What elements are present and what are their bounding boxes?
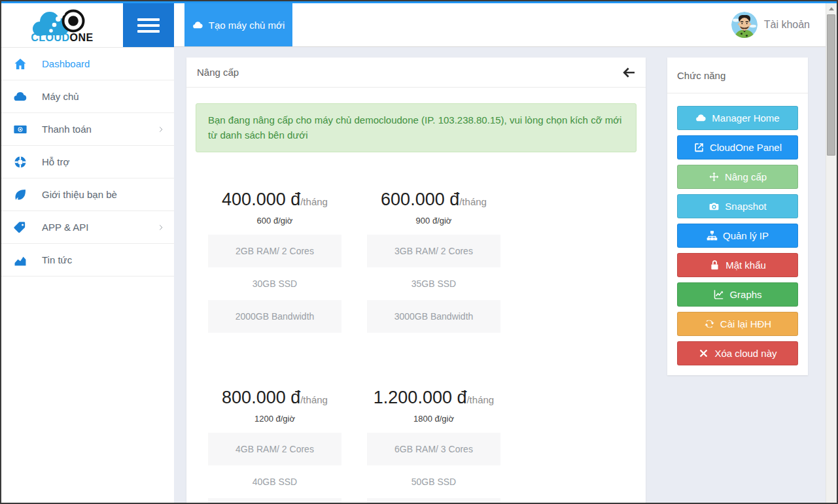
sidebar-toggle-button[interactable] [123,3,174,47]
plan-price: 600.000 đ/tháng [367,190,500,210]
plan-specs: 6GB RAM/ 3 Cores 50GB SSD 6000GB Bandwid… [367,433,500,503]
sitemap-icon [707,230,718,241]
home-icon [13,57,27,71]
sidebar-menu: Dashboard Máy chủ Thanh toán [1,47,174,277]
plan-spec-ssd[interactable]: 40GB SSD [208,465,341,498]
plan-hourly-price: 900 đ/giờ [367,216,500,226]
cloud-icon [695,112,707,124]
plan-card[interactable]: 1.200.000 đ/tháng 1800 đ/giờ 6GB RAM/ 3 … [367,388,500,503]
move-icon [708,171,720,182]
life-ring-icon [13,155,27,169]
plan-spec-ssd[interactable]: 35GB SSD [367,267,500,300]
account-menu[interactable]: Tài khoản [731,3,810,46]
x-icon [698,348,709,359]
plans-row-1: 400.000 đ/tháng 600 đ/giờ 2GB RAM/ 2 Cor… [186,190,646,333]
refresh-icon [704,318,715,329]
plan-card[interactable]: 400.000 đ/tháng 600 đ/giờ 2GB RAM/ 2 Cor… [208,190,341,333]
scrollbar-thumb[interactable] [827,14,835,156]
password-button[interactable]: Mật khẩu [677,253,798,277]
actions-panel: Chức năng Manager Home CloudOne Panel [667,58,808,375]
reinstall-os-button[interactable]: Cài lại HĐH [677,312,798,336]
upgrade-panel: Nâng cấp Bạn đang nâng cấp cho máy chủ d… [186,58,646,503]
scrollbar-up-arrow[interactable] [826,3,837,14]
plan-specs: 3GB RAM/ 2 Cores 35GB SSD 3000GB Bandwid… [367,235,500,333]
plan-price: 400.000 đ/tháng [208,190,341,210]
chevron-right-icon [156,223,166,232]
external-link-icon [693,142,705,153]
sidebar-item-tin-tuc[interactable]: Tin tức [1,244,174,277]
sidebar-item-dashboard[interactable]: Dashboard [1,48,174,80]
plan-spec-bandwidth[interactable]: 3000GB Bandwidth [367,300,500,333]
cloudone-panel-button[interactable]: CloudOne Panel [677,135,798,160]
plan-specs: 4GB RAM/ 2 Cores 40GB SSD 4000GB Bandwid… [208,433,341,503]
brand-name: CLOUDONE [31,33,94,43]
plan-spec-bandwidth[interactable]: 2000GB Bandwidth [208,300,341,333]
plan-card[interactable]: 600.000 đ/tháng 900 đ/giờ 3GB RAM/ 2 Cor… [367,190,500,333]
plan-hourly-price: 1800 đ/giờ [367,414,500,424]
plan-spec-ssd[interactable]: 30GB SSD [208,267,341,300]
cloud-icon [192,20,203,31]
plan-price: 1.200.000 đ/tháng [367,388,500,408]
topbar: Tạo máy chủ mới [174,3,826,47]
actions-panel-title: Chức năng [667,58,808,93]
content-area: Nâng cấp Bạn đang nâng cấp cho máy chủ d… [174,47,826,503]
sidebar-item-app-api[interactable]: APP & API [1,211,174,244]
graphs-button[interactable]: Graphs [677,282,798,307]
sidebar: CLOUDONE Dashboard Máy chủ Thanh toán [1,3,174,503]
actions-list: Manager Home CloudOne Panel Nâng cấp [667,93,808,365]
chart-line-icon [713,289,724,300]
sidebar-item-thanh-toan[interactable]: Thanh toán [1,113,174,146]
manage-ip-button[interactable]: Quản lý IP [677,224,798,248]
upgrade-button[interactable]: Nâng cấp [677,165,798,189]
upgrade-panel-header: Nâng cấp [186,58,646,88]
top-accent-strip [1,1,837,3]
camera-icon [708,201,720,212]
create-server-button[interactable]: Tạo máy chủ mới [184,3,292,46]
plan-spec-bandwidth[interactable]: 4000GB Bandwidth [208,498,341,503]
manager-home-button[interactable]: Manager Home [677,106,798,130]
plan-hourly-price: 1200 đ/giờ [208,414,341,424]
hamburger-icon [137,18,160,21]
money-icon [13,122,27,137]
chevron-right-icon [156,125,166,134]
sidebar-item-may-chu[interactable]: Máy chủ [1,80,174,113]
account-label: Tài khoản [764,19,810,31]
tag-icon [13,220,27,235]
plan-specs: 2GB RAM/ 2 Cores 30GB SSD 2000GB Bandwid… [208,235,341,333]
sidebar-item-gioi-thieu-ban-be[interactable]: Giới thiệu bạn bè [1,178,174,211]
plan-spec-ram[interactable]: 6GB RAM/ 3 Cores [367,433,500,465]
plan-spec-ram[interactable]: 3GB RAM/ 2 Cores [367,235,500,267]
plan-spec-ram[interactable]: 2GB RAM/ 2 Cores [208,235,341,267]
plan-card[interactable]: 800.000 đ/tháng 1200 đ/giờ 4GB RAM/ 2 Co… [208,388,341,503]
sidebar-item-ho-tro[interactable]: Hỗ trợ [1,146,174,178]
leaf-icon [13,188,27,202]
app-window: CLOUDONE Dashboard Máy chủ Thanh toán [0,0,838,504]
area-chart-icon [13,253,27,267]
plan-hourly-price: 600 đ/giờ [208,216,341,226]
delete-cloud-button[interactable]: Xóa cloud này [677,341,798,365]
page-title: Nâng cấp [197,67,239,78]
brand-logo[interactable]: CLOUDONE [1,3,123,47]
upgrade-info-alert: Bạn đang nâng cấp cho máy chủ democloudo… [196,103,637,152]
plan-spec-bandwidth[interactable]: 6000GB Bandwidth [367,498,500,503]
plan-price: 800.000 đ/tháng [208,388,341,408]
snapshot-button[interactable]: Snapshot [677,194,798,218]
plan-spec-ram[interactable]: 4GB RAM/ 2 Cores [208,433,341,465]
plans-row-2: 800.000 đ/tháng 1200 đ/giờ 4GB RAM/ 2 Co… [186,388,646,503]
lock-icon [709,260,720,271]
page-scrollbar[interactable] [826,3,837,503]
user-avatar [731,12,758,38]
back-arrow-icon[interactable] [621,65,637,80]
cloud-icon [13,90,27,104]
plan-spec-ssd[interactable]: 50GB SSD [367,465,500,498]
